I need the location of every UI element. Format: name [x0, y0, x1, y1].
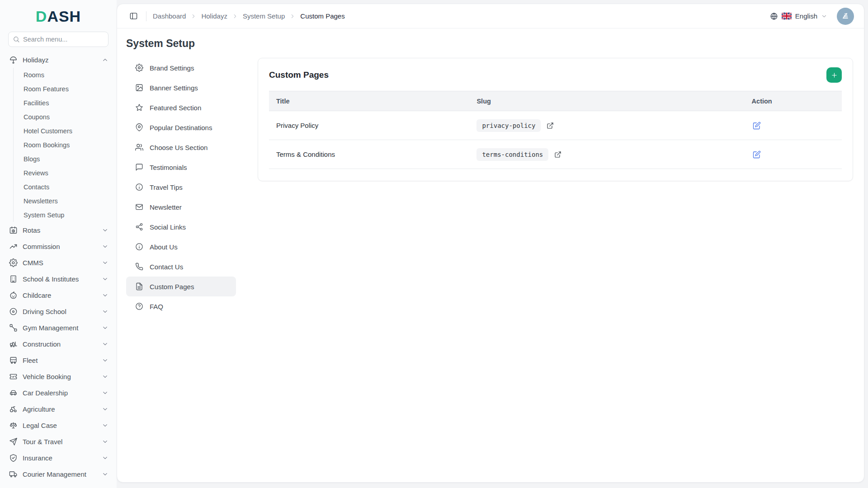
- add-page-button[interactable]: [826, 67, 842, 83]
- cell-title: Terms & Conditions: [269, 140, 469, 169]
- setup-menu-item-featured-section[interactable]: Featured Section: [126, 98, 236, 117]
- sidebar-toggle-button[interactable]: [127, 10, 140, 23]
- uk-flag-icon: [782, 13, 792, 19]
- sidebar-group-commission[interactable]: Commission: [0, 238, 117, 254]
- sidebar-group-vehicle-booking[interactable]: Vehicle Booking: [0, 368, 117, 385]
- cmms-icon: [9, 258, 18, 267]
- setup-menu-item-about-us[interactable]: About Us: [126, 237, 236, 257]
- tour-travel-icon: [9, 437, 18, 446]
- sidebar-group-legal-case[interactable]: Legal Case: [0, 417, 117, 433]
- sidebar-group-childcare[interactable]: Childcare: [0, 287, 117, 303]
- gym-icon: [9, 324, 18, 332]
- driving-school-icon: [9, 307, 18, 316]
- chevron-down-icon: [102, 243, 108, 250]
- sidebar-group-holidayz[interactable]: Holidayz: [0, 52, 117, 68]
- sidebar-group-construction[interactable]: Construction: [0, 336, 117, 352]
- chevron-down-icon: [102, 357, 108, 364]
- sidebar-group-label: School & Institutes: [23, 275, 97, 283]
- map-pin-icon: [135, 123, 143, 131]
- help-icon: [135, 302, 143, 310]
- setup-menu-item-brand-settings[interactable]: Brand Settings: [126, 58, 236, 78]
- insurance-icon: [9, 454, 18, 462]
- chevron-down-icon: [102, 422, 108, 429]
- sidebar-group-car-dealership[interactable]: Car Dealership: [0, 385, 117, 401]
- custom-pages-table: Title Slug Action Privacy Policyprivacy-…: [269, 91, 842, 169]
- setup-menu-label: Banner Settings: [150, 84, 198, 92]
- sidebar-item-rooms[interactable]: Rooms: [14, 68, 117, 82]
- sidebar-group-courier-management[interactable]: Courier Management: [0, 466, 117, 482]
- breadcrumb-item-system-setup[interactable]: System Setup: [243, 12, 285, 20]
- open-page-link[interactable]: [546, 121, 555, 130]
- sidebar-group-label: Tour & Travel: [23, 438, 97, 446]
- cell-action: [745, 111, 842, 140]
- chevron-down-icon: [102, 227, 108, 234]
- setup-menu-item-faq[interactable]: FAQ: [126, 296, 236, 316]
- topbar: DashboardHolidayzSystem SetupCustom Page…: [117, 4, 864, 28]
- setup-menu-item-social-links[interactable]: Social Links: [126, 217, 236, 237]
- sidebar-group-label: Construction: [23, 340, 97, 348]
- sidebar-item-newsletters[interactable]: Newsletters: [14, 194, 117, 208]
- holidayz-icon: [9, 56, 18, 64]
- edit-icon: [753, 122, 761, 130]
- sidebar-item-coupons[interactable]: Coupons: [14, 110, 117, 124]
- sidebar-group-label: Driving School: [23, 308, 97, 315]
- column-header-title: Title: [269, 91, 469, 111]
- chevron-down-icon: [102, 406, 108, 413]
- app-logo[interactable]: DASH: [0, 6, 117, 26]
- globe-icon: [770, 12, 778, 20]
- chevron-right-icon: [289, 13, 296, 19]
- sidebar-item-room-bookings[interactable]: Room Bookings: [14, 138, 117, 152]
- sidebar-group-fleet[interactable]: Fleet: [0, 352, 117, 368]
- chevron-down-icon: [102, 389, 108, 396]
- external-link-icon: [547, 122, 554, 129]
- user-avatar[interactable]: [837, 8, 854, 25]
- sidebar-group-driving-school[interactable]: Driving School: [0, 303, 117, 319]
- chevron-right-icon: [232, 13, 238, 19]
- column-header-slug: Slug: [469, 91, 744, 111]
- sidebar-group-tour-travel[interactable]: Tour & Travel: [0, 433, 117, 450]
- sidebar-item-facilities[interactable]: Facilities: [14, 96, 117, 110]
- layers-avatar-icon: [840, 11, 850, 21]
- setup-menu-item-contact-us[interactable]: Contact Us: [126, 257, 236, 277]
- language-selector[interactable]: English: [770, 12, 827, 20]
- chevron-down-icon: [102, 308, 108, 315]
- search-icon: [13, 36, 20, 43]
- setup-menu-item-banner-settings[interactable]: Banner Settings: [126, 78, 236, 98]
- users-icon: [135, 143, 143, 151]
- cell-slug: privacy-policy: [469, 111, 744, 140]
- sidebar-group-gym-management[interactable]: Gym Management: [0, 319, 117, 336]
- setup-menu-item-testimonials[interactable]: Testimonials: [126, 157, 236, 177]
- sidebar-group-school-institutes[interactable]: School & Institutes: [0, 271, 117, 287]
- setup-menu-label: Testimonials: [150, 164, 187, 171]
- sidebar-item-reviews[interactable]: Reviews: [14, 166, 117, 180]
- breadcrumb-item-dashboard[interactable]: Dashboard: [153, 12, 186, 20]
- setup-menu-item-choose-us-section[interactable]: Choose Us Section: [126, 137, 236, 157]
- setup-menu-item-popular-destinations[interactable]: Popular Destinations: [126, 117, 236, 137]
- breadcrumb-item-holidayz[interactable]: Holidayz: [201, 12, 227, 20]
- open-page-link[interactable]: [553, 150, 562, 159]
- sidebar-group-insurance[interactable]: Insurance: [0, 450, 117, 466]
- chevron-down-icon: [102, 455, 108, 461]
- sidebar-group-agriculture[interactable]: Agriculture: [0, 401, 117, 417]
- sidebar-item-blogs[interactable]: Blogs: [14, 152, 117, 166]
- sidebar-group-cmms[interactable]: CMMS: [0, 254, 117, 271]
- sidebar-group-rotas[interactable]: Rotas: [0, 222, 117, 238]
- sidebar-group-label: Childcare: [23, 291, 97, 299]
- setup-menu-item-travel-tips[interactable]: Travel Tips: [126, 177, 236, 197]
- sidebar-item-room-features[interactable]: Room Features: [14, 82, 117, 96]
- sidebar-group-label: Fleet: [23, 357, 97, 364]
- chevron-right-icon: [190, 13, 197, 19]
- sidebar-item-contacts[interactable]: Contacts: [14, 180, 117, 194]
- search-input[interactable]: [8, 32, 108, 47]
- setup-menu-item-newsletter[interactable]: Newsletter: [126, 197, 236, 217]
- edit-page-button[interactable]: [752, 150, 762, 160]
- file-icon: [135, 282, 143, 291]
- sidebar-group-label: Agriculture: [23, 405, 97, 413]
- sidebar-item-hotel-customers[interactable]: Hotel Customers: [14, 124, 117, 138]
- sidebar-item-system-setup[interactable]: System Setup: [14, 208, 117, 222]
- phone-icon: [135, 263, 143, 271]
- setup-menu-item-custom-pages[interactable]: Custom Pages: [126, 277, 236, 296]
- chevron-down-icon: [102, 324, 108, 331]
- edit-page-button[interactable]: [752, 121, 762, 131]
- panel-left-icon: [129, 12, 138, 20]
